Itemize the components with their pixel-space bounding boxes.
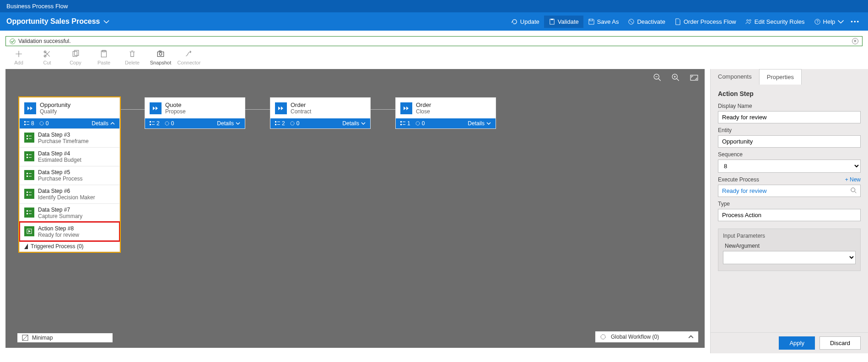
copy-icon <box>71 50 80 58</box>
stage-order-contract[interactable]: OrderContract 20Details <box>270 97 371 129</box>
tab-components[interactable]: Components <box>711 69 759 85</box>
global-workflow[interactable]: Global Workflow (0) <box>595 331 698 342</box>
copy-label: Copy <box>70 60 81 65</box>
minimap-toggle[interactable]: Minimap <box>17 333 113 342</box>
list-icon <box>24 133 34 143</box>
svg-point-60 <box>416 122 420 125</box>
details-toggle[interactable]: Details <box>92 120 115 127</box>
update-button[interactable]: Update <box>507 16 544 28</box>
svg-point-50 <box>165 122 169 125</box>
search-icon[interactable] <box>851 187 857 194</box>
steps-list: Data Step #3Purchase TimeframeData Step … <box>20 128 119 241</box>
help-icon: ? <box>814 18 821 25</box>
scissors-icon <box>43 50 51 58</box>
data-step[interactable]: Data Step #5Purchase Process <box>20 166 119 185</box>
svg-rect-52 <box>275 124 276 125</box>
type-input[interactable] <box>718 209 861 221</box>
triangle-icon <box>24 244 28 249</box>
execute-process-input[interactable] <box>718 185 861 197</box>
stage-quote[interactable]: QuotePropose 20Details <box>145 97 245 129</box>
svg-rect-35 <box>29 173 32 174</box>
svg-point-55 <box>291 122 294 125</box>
trash-icon <box>128 50 136 58</box>
new-argument-select[interactable] <box>723 251 856 264</box>
designer-canvas[interactable]: OpportunityQualify 8 0 Details Data Step… <box>5 69 705 348</box>
fit-screen-icon[interactable] <box>690 74 698 82</box>
connector-line <box>370 109 397 110</box>
deactivate-button[interactable]: Deactivate <box>623 16 669 28</box>
validate-button[interactable]: Validate <box>544 16 583 28</box>
new-process-link[interactable]: + New <box>845 176 861 183</box>
clipboard-icon <box>549 18 555 25</box>
workflow-count: 0 <box>290 120 300 127</box>
entity-input[interactable] <box>718 135 861 148</box>
display-name-input[interactable] <box>718 111 861 123</box>
svg-rect-20 <box>24 121 26 122</box>
zoom-out-icon[interactable] <box>653 74 662 82</box>
step-sub: Identify Decision Maker <box>38 194 95 201</box>
svg-point-4 <box>749 19 751 21</box>
discard-button[interactable]: Discard <box>819 336 861 350</box>
svg-rect-43 <box>29 211 32 211</box>
stage-title: Order <box>291 101 311 108</box>
triggered-label: Triggered Process (0) <box>31 243 84 250</box>
details-toggle[interactable]: Details <box>217 120 240 127</box>
more-button[interactable]: ••• <box>849 16 862 28</box>
order-flow-button[interactable]: Order Process Flow <box>670 16 741 28</box>
help-button[interactable]: ? Help <box>809 16 849 28</box>
workflow-icon <box>600 334 606 340</box>
stage-opportunity[interactable]: OpportunityQualify 8 0 Details Data Step… <box>19 97 120 252</box>
svg-rect-25 <box>27 135 28 137</box>
svg-point-24 <box>40 122 43 125</box>
step-title: Data Step #7 <box>38 207 82 213</box>
details-toggle[interactable]: Details <box>342 120 366 127</box>
sequence-select[interactable]: 8 <box>718 160 861 173</box>
properties-panel: Components Properties Action Step Displa… <box>710 69 868 353</box>
step-sub: Purchase Process <box>38 176 82 182</box>
plus-icon <box>15 50 23 58</box>
step-sub: Capture Summary <box>38 213 82 219</box>
stage-icon <box>275 102 287 114</box>
save-as-button[interactable]: Save As <box>583 16 624 28</box>
triggered-process[interactable]: Triggered Process (0) <box>20 241 119 251</box>
stage-sub: Contract <box>291 108 311 115</box>
step-count: 8 <box>24 120 34 127</box>
copy-tool[interactable]: Copy <box>63 50 88 65</box>
svg-rect-51 <box>275 121 276 122</box>
action-step[interactable]: Action Step #8Ready for review <box>20 222 119 241</box>
type-label: Type <box>718 201 861 207</box>
connector-tool[interactable]: Connector <box>177 50 201 65</box>
apply-button[interactable]: Apply <box>779 336 815 350</box>
close-icon[interactable]: ✕ <box>852 38 858 44</box>
edit-roles-button[interactable]: Edit Security Roles <box>741 16 809 28</box>
workflow-count: 0 <box>415 120 425 127</box>
add-tool[interactable]: Add <box>6 50 31 65</box>
svg-point-3 <box>747 19 749 21</box>
data-step[interactable]: Data Step #7Capture Summary <box>20 203 119 222</box>
tab-properties[interactable]: Properties <box>759 69 802 85</box>
title-bar: Business Process Flow <box>0 0 868 12</box>
cut-tool[interactable]: Cut <box>35 50 59 65</box>
process-title[interactable]: Opportunity Sales Process <box>6 17 110 26</box>
svg-rect-53 <box>277 122 280 122</box>
edit-roles-label: Edit Security Roles <box>755 18 805 25</box>
snapshot-tool[interactable]: Snapshot <box>148 50 173 65</box>
snapshot-label: Snapshot <box>150 60 171 65</box>
svg-rect-21 <box>24 124 26 125</box>
paste-label: Paste <box>97 60 110 65</box>
data-step[interactable]: Data Step #6Identify Decision Maker <box>20 185 119 203</box>
stage-title: Order <box>416 101 431 108</box>
step-sub: Purchase Timeframe <box>38 138 89 144</box>
zoom-in-icon[interactable] <box>672 74 680 82</box>
stage-order-close[interactable]: OrderClose 10Details <box>395 97 496 129</box>
delete-tool[interactable]: Delete <box>120 50 145 65</box>
document-icon <box>674 18 681 25</box>
step-count: 2 <box>275 120 285 127</box>
data-step[interactable]: Data Step #4Estimated Budget <box>20 147 119 166</box>
list-icon <box>24 151 34 161</box>
paste-tool[interactable]: Paste <box>92 50 116 65</box>
main-area: OpportunityQualify 8 0 Details Data Step… <box>0 69 868 353</box>
data-step[interactable]: Data Step #3Purchase Timeframe <box>20 128 119 147</box>
details-toggle[interactable]: Details <box>468 120 491 127</box>
connector-line <box>244 109 272 110</box>
